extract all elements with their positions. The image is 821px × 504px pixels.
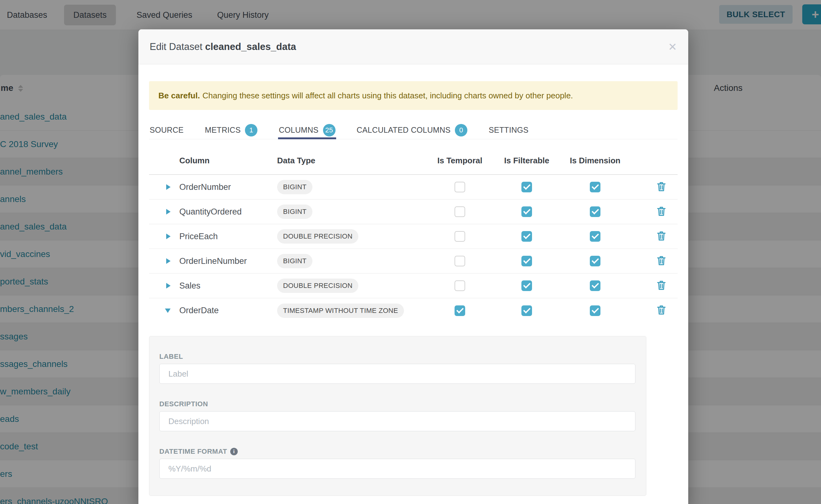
is-temporal-checkbox[interactable] [455,256,465,266]
column-row: OrderLineNumber BIGINT [149,249,678,274]
caret-icon [166,283,171,289]
tab-label: COLUMNS [279,126,318,135]
description-field: DESCRIPTION [159,400,636,431]
is-dimension-checkbox[interactable] [590,305,601,316]
tab-label: CALCULATED COLUMNS [357,126,451,135]
caret-icon [166,234,171,239]
tab-badge: 25 [323,124,335,136]
datetime-format-field: DATETIME FORMAT i [159,447,636,479]
trash-icon [657,181,666,192]
columns-table-header: Column Data Type Is Temporal Is Filterab… [149,139,678,175]
delete-column-button[interactable] [657,305,666,316]
modal-title-prefix: Edit Dataset [150,41,202,52]
modal-dataset-name: cleaned_sales_data [205,41,296,52]
warning-bold-text: Be careful. [158,91,200,101]
column-name: QuantityOrdered [179,207,277,217]
is-dimension-checkbox[interactable] [590,182,601,192]
data-type-header: Data Type [277,156,427,166]
column-row: OrderNumber BIGINT [149,175,678,200]
column-row: Sales DOUBLE PRECISION [149,274,678,298]
is-temporal-checkbox[interactable] [455,182,465,192]
caret-icon [166,184,171,190]
modal-title: Edit Dataset cleaned_sales_data [150,41,296,52]
tab-badge: 0 [455,124,468,136]
delete-column-button[interactable] [657,231,666,242]
description-field-label: DESCRIPTION [159,400,636,408]
trash-icon [657,305,666,315]
is-filterable-checkbox[interactable] [522,182,532,192]
expand-toggle[interactable] [166,258,179,264]
label-field: LABEL [159,353,636,384]
column-row: PriceEach DOUBLE PRECISION [149,224,678,249]
label-field-label: LABEL [159,353,636,361]
label-input[interactable] [159,364,636,384]
caret-icon [166,209,171,215]
column-name: OrderLineNumber [179,256,277,266]
tab-columns[interactable]: COLUMNS 25 [278,121,336,139]
delete-column-button[interactable] [657,280,666,292]
datetime-format-input[interactable] [159,459,636,479]
column-name: OrderNumber [179,182,277,192]
delete-column-button[interactable] [657,206,666,218]
close-icon[interactable]: ✕ [668,42,677,52]
is-dimension-header: Is Dimension [570,156,621,166]
warning-banner: Be careful. Changing these settings will… [149,81,678,110]
is-temporal-checkbox[interactable] [455,280,465,291]
caret-icon [166,258,171,264]
edit-dataset-modal: Edit Dataset cleaned_sales_data ✕ Be car… [138,29,688,504]
expand-toggle[interactable] [165,309,179,313]
tab-metrics[interactable]: METRICS 1 [204,121,258,139]
datetime-format-field-label: DATETIME FORMAT i [159,447,636,456]
tab-calculated-columns[interactable]: CALCULATED COLUMNS 0 [356,121,468,139]
tab-label: SOURCE [150,126,184,135]
warning-text: Changing these settings will affect all … [202,91,573,101]
tab-label: METRICS [205,126,241,135]
expand-toggle[interactable] [166,184,179,190]
expand-toggle[interactable] [166,283,179,289]
is-dimension-checkbox[interactable] [590,231,601,242]
column-name: Sales [179,281,277,291]
is-dimension-checkbox[interactable] [590,280,601,291]
trash-icon [657,280,666,290]
modal-header: Edit Dataset cleaned_sales_data ✕ [138,29,688,64]
data-type-badge: TIMESTAMP WITHOUT TIME ZONE [277,304,404,318]
column-detail-panel: LABEL DESCRIPTION DATETIME FORMAT i [149,336,646,496]
data-type-badge: BIGINT [277,254,312,268]
data-type-badge: BIGINT [277,205,312,219]
is-temporal-checkbox[interactable] [455,206,465,217]
is-dimension-checkbox[interactable] [590,256,601,266]
modal-body: Be careful. Changing these settings will… [138,81,688,496]
expand-toggle[interactable] [166,234,179,239]
data-type-badge: DOUBLE PRECISION [277,279,358,293]
is-filterable-checkbox[interactable] [522,206,532,217]
expand-toggle[interactable] [166,209,179,215]
is-filterable-checkbox[interactable] [522,280,532,291]
tab-source[interactable]: SOURCE [149,121,184,139]
is-filterable-header: Is Filterable [504,156,550,166]
caret-icon [165,309,171,313]
data-type-badge: BIGINT [277,180,312,194]
column-header: Column [179,156,277,166]
column-row: OrderDate TIMESTAMP WITHOUT TIME ZONE [149,298,678,323]
is-filterable-checkbox[interactable] [522,256,532,266]
is-temporal-checkbox[interactable] [455,305,465,316]
column-name: OrderDate [179,306,277,315]
modal-tabs: SOURCE METRICS 1 COLUMNS 25 CALCULATED C… [149,121,678,139]
data-type-badge: DOUBLE PRECISION [277,229,358,244]
is-temporal-checkbox[interactable] [455,231,465,242]
is-dimension-checkbox[interactable] [590,206,601,217]
description-input[interactable] [159,411,636,431]
tab-badge: 1 [245,124,257,136]
trash-icon [657,255,666,266]
column-name: PriceEach [179,232,277,241]
is-filterable-checkbox[interactable] [522,305,532,316]
tab-label: SETTINGS [489,126,528,135]
info-icon[interactable]: i [230,448,238,455]
trash-icon [657,231,666,241]
trash-icon [657,206,666,216]
delete-column-button[interactable] [657,255,666,267]
delete-column-button[interactable] [657,181,666,193]
is-temporal-header: Is Temporal [438,156,482,166]
is-filterable-checkbox[interactable] [522,231,532,242]
tab-settings[interactable]: SETTINGS [488,121,529,139]
